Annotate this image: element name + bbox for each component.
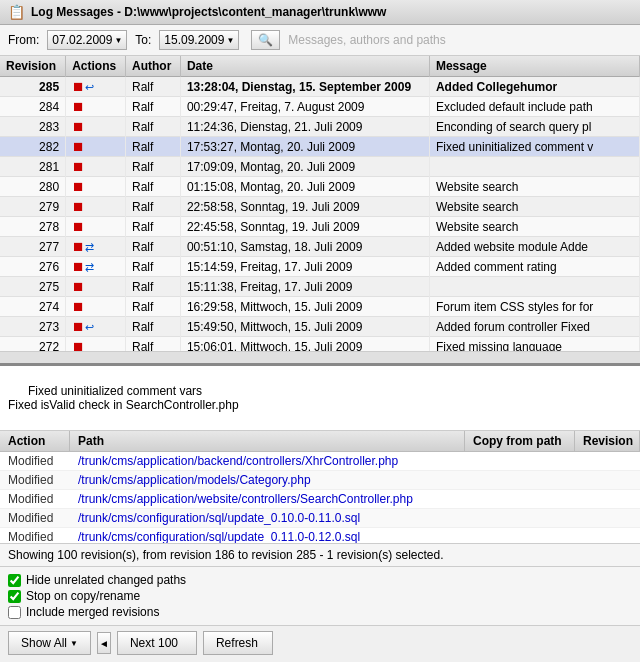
blue-arrow-icon: ⇄: [85, 261, 94, 273]
col-header-message: Message: [429, 56, 639, 77]
table-row[interactable]: 285⏹↩Ralf13:28:04, Dienstag, 15. Septemb…: [0, 77, 640, 97]
cell-actions: ⏹: [66, 157, 126, 177]
cell-revision: 273: [0, 317, 66, 337]
cell-author: Ralf: [126, 197, 181, 217]
stop-icon: ⏹: [72, 259, 85, 274]
table-row[interactable]: 282⏹Ralf17:53:27, Montag, 20. Juli 2009F…: [0, 137, 640, 157]
cell-revision: 279: [0, 197, 66, 217]
to-date-button[interactable]: 15.09.2009 ▼: [159, 30, 239, 50]
from-date-button[interactable]: 07.02.2009 ▼: [47, 30, 127, 50]
cell-actions: ⏹: [66, 277, 126, 297]
cell-actions: ⏹: [66, 297, 126, 317]
cell-actions: ⏹↩: [66, 77, 126, 97]
cell-author: Ralf: [126, 297, 181, 317]
file-row[interactable]: Modified /trunk/cms/configuration/sql/up…: [0, 509, 640, 528]
title-bar: 📋 Log Messages - D:\www\projects\content…: [0, 0, 640, 25]
file-row[interactable]: Modified /trunk/cms/application/models/C…: [0, 471, 640, 490]
table-row[interactable]: 281⏹Ralf17:09:09, Montag, 20. Juli 2009: [0, 157, 640, 177]
stop-icon: ⏹: [72, 119, 85, 134]
table-row[interactable]: 273⏹↩Ralf15:49:50, Mittwoch, 15. Juli 20…: [0, 317, 640, 337]
table-row[interactable]: 279⏹Ralf22:58:58, Sonntag, 19. Juli 2009…: [0, 197, 640, 217]
cell-date: 13:28:04, Dienstag, 15. September 2009: [180, 77, 429, 97]
file-cell-copy: [465, 478, 575, 482]
cell-message: Enconding of search query pl: [429, 117, 639, 137]
file-cell-revision: [575, 497, 640, 501]
stop-icon: ⏹: [72, 219, 85, 234]
file-cell-path: /trunk/cms/application/backend/controlle…: [70, 452, 465, 470]
table-row[interactable]: 275⏹Ralf15:11:38, Freitag, 17. Juli 2009: [0, 277, 640, 297]
file-cell-path: /trunk/cms/configuration/sql/update_0.10…: [70, 509, 465, 527]
file-row[interactable]: Modified /trunk/cms/configuration/sql/up…: [0, 528, 640, 543]
cell-message: Fixed uninitialized comment v: [429, 137, 639, 157]
stop-icon: ⏹: [72, 179, 85, 194]
cell-date: 17:53:27, Montag, 20. Juli 2009: [180, 137, 429, 157]
col-header-author: Author: [126, 56, 181, 77]
table-header-row: Revision Actions Author Date Message: [0, 56, 640, 77]
cell-date: 11:24:36, Dienstag, 21. Juli 2009: [180, 117, 429, 137]
file-cell-copy: [465, 459, 575, 463]
table-row[interactable]: 280⏹Ralf01:15:08, Montag, 20. Juli 2009W…: [0, 177, 640, 197]
cell-revision: 282: [0, 137, 66, 157]
cell-message: Forum item CSS styles for for: [429, 297, 639, 317]
cell-actions: ⏹⇄: [66, 257, 126, 277]
cell-revision: 281: [0, 157, 66, 177]
file-cell-revision: [575, 478, 640, 482]
window-title: Log Messages - D:\www\projects\content_m…: [31, 5, 386, 19]
cell-date: 01:15:08, Montag, 20. Juli 2009: [180, 177, 429, 197]
cell-revision: 275: [0, 277, 66, 297]
hide-unrelated-checkbox[interactable]: [8, 574, 21, 587]
cell-actions: ⏹: [66, 217, 126, 237]
cell-author: Ralf: [126, 137, 181, 157]
show-all-label: Show All: [21, 636, 67, 650]
cell-author: Ralf: [126, 237, 181, 257]
file-cell-revision: [575, 459, 640, 463]
refresh-button[interactable]: Refresh: [203, 631, 273, 655]
message-line1: Fixed uninitialized comment vars: [28, 384, 202, 398]
include-merged-checkbox[interactable]: [8, 606, 21, 619]
file-cell-copy: [465, 497, 575, 501]
files-col-revision: Revision: [575, 431, 640, 451]
include-merged-row: Include merged revisions: [8, 605, 632, 619]
file-cell-action: Modified: [0, 528, 70, 543]
stop-icon: ⏹: [72, 79, 85, 94]
table-row[interactable]: 276⏹⇄Ralf15:14:59, Freitag, 17. Juli 200…: [0, 257, 640, 277]
cell-actions: ⏹: [66, 177, 126, 197]
col-header-actions: Actions: [66, 56, 126, 77]
bottom-action-bar: Show All ▼ ◄ Next 100 Refresh: [0, 625, 640, 660]
log-table: Revision Actions Author Date Message 285…: [0, 56, 640, 357]
file-row[interactable]: Modified /trunk/cms/application/backend/…: [0, 452, 640, 471]
show-all-side-button[interactable]: ◄: [97, 632, 111, 654]
cell-author: Ralf: [126, 257, 181, 277]
cell-author: Ralf: [126, 157, 181, 177]
stop-icon: ⏹: [72, 279, 85, 294]
table-row[interactable]: 284⏹Ralf00:29:47, Freitag, 7. August 200…: [0, 97, 640, 117]
next100-button[interactable]: Next 100: [117, 631, 197, 655]
cell-date: 22:45:58, Sonntag, 19. Juli 2009: [180, 217, 429, 237]
stop-on-copy-checkbox[interactable]: [8, 590, 21, 603]
cell-author: Ralf: [126, 277, 181, 297]
search-button[interactable]: 🔍: [251, 30, 280, 50]
horizontal-scrollbar[interactable]: [0, 351, 640, 363]
file-cell-path: /trunk/cms/application/website/controlle…: [70, 490, 465, 508]
table-row[interactable]: 274⏹Ralf16:29:58, Mittwoch, 15. Juli 200…: [0, 297, 640, 317]
table-row[interactable]: 277⏹⇄Ralf00:51:10, Samstag, 18. Juli 200…: [0, 237, 640, 257]
cell-date: 00:29:47, Freitag, 7. August 2009: [180, 97, 429, 117]
refresh-label: Refresh: [216, 636, 258, 650]
toolbar: From: 07.02.2009 ▼ To: 15.09.2009 ▼ 🔍 Me…: [0, 25, 640, 56]
files-col-path: Path: [70, 431, 465, 451]
files-table-header: Action Path Copy from path Revision: [0, 431, 640, 452]
stop-icon: ⏹: [72, 199, 85, 214]
file-cell-action: Modified: [0, 490, 70, 508]
cell-author: Ralf: [126, 177, 181, 197]
to-date-value: 15.09.2009: [164, 33, 224, 47]
cell-message: [429, 157, 639, 177]
message-line2: Fixed isValid check in SearchController.…: [8, 398, 239, 412]
show-all-button[interactable]: Show All ▼: [8, 631, 91, 655]
table-row[interactable]: 283⏹Ralf11:24:36, Dienstag, 21. Juli 200…: [0, 117, 640, 137]
cell-actions: ⏹↩: [66, 317, 126, 337]
cell-date: 16:29:58, Mittwoch, 15. Juli 2009: [180, 297, 429, 317]
file-row[interactable]: Modified /trunk/cms/application/website/…: [0, 490, 640, 509]
cell-date: 00:51:10, Samstag, 18. Juli 2009: [180, 237, 429, 257]
table-row[interactable]: 278⏹Ralf22:45:58, Sonntag, 19. Juli 2009…: [0, 217, 640, 237]
file-cell-copy: [465, 516, 575, 520]
